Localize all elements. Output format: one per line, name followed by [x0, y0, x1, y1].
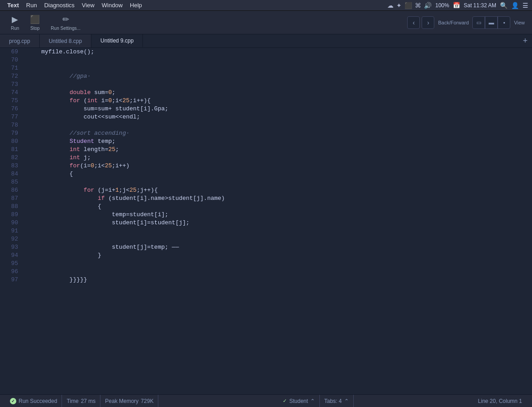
view-label: View	[512, 20, 527, 25]
line-number: 73	[0, 80, 24, 89]
view-single-button[interactable]: ▭	[472, 16, 485, 29]
wifi-icon: ⌘	[415, 2, 421, 9]
menu-help[interactable]: Help	[126, 0, 146, 10]
stop-icon: ⬛	[30, 14, 40, 24]
cloud-icon: ☁	[387, 2, 394, 9]
line-number: 79	[0, 129, 24, 137]
run-settings-button[interactable]: ✏ Run Settings...	[45, 13, 86, 33]
display-icon: ⬛	[404, 2, 412, 9]
line-number: 75	[0, 97, 24, 105]
settings-icon: ✏	[62, 14, 69, 24]
tabs-chevron[interactable]: ⌃	[344, 398, 349, 404]
code-line: cout<<sum<<endl;	[27, 113, 528, 121]
tab-untitled9[interactable]: Untitled 9.cpp	[91, 34, 143, 47]
tab-add-button[interactable]: +	[518, 34, 532, 47]
line-numbers: 6970717273747576777879808182838485868788…	[0, 48, 24, 394]
line-col-label: Line 20, Column 1	[478, 398, 522, 404]
system-icons: ☁ ✦ ⬛ ⌘ 🔊	[387, 2, 432, 9]
line-number: 92	[0, 235, 24, 243]
code-line: {	[27, 203, 528, 211]
profile-icon[interactable]: 👤	[511, 2, 519, 9]
line-number: 78	[0, 121, 24, 129]
menubar-right: ☁ ✦ ⬛ ⌘ 🔊 100% 📅 Sat 11:32 AM 🔍 👤 ☰	[387, 2, 528, 9]
code-line: int j;	[27, 154, 528, 162]
code-line: student[j]=temp; ——	[27, 243, 528, 251]
memory-value: 729K	[141, 398, 153, 404]
code-line: //sort accending·	[27, 129, 528, 137]
menu-view[interactable]: View	[78, 0, 98, 10]
code-line: Student temp;	[27, 137, 528, 146]
view-split-button[interactable]: ▬	[485, 16, 498, 29]
run-status-item: ✓ Run Succeeded	[5, 395, 62, 407]
toolbar-right-group: ‹ › Back/Forward ▭ ▬ ▪ View	[407, 16, 527, 29]
line-number: 69	[0, 48, 24, 56]
tabs-label: Tabs: 4	[324, 398, 342, 404]
code-line: double sum=0;	[27, 89, 528, 97]
line-number: 87	[0, 194, 24, 203]
line-number: 96	[0, 268, 24, 276]
code-line	[27, 178, 528, 186]
line-number: 80	[0, 137, 24, 146]
line-number: 83	[0, 162, 24, 170]
line-number: 95	[0, 260, 24, 268]
toolbar: ▶ Run ⬛ Stop ✏ Run Settings... ‹ › Back/…	[0, 11, 532, 34]
line-number: 86	[0, 186, 24, 194]
class-chevron[interactable]: ⌃	[310, 398, 315, 404]
search-icon[interactable]: 🔍	[500, 2, 508, 9]
memory-item: Peak Memory 729K	[100, 395, 158, 407]
back-forward-label: Back/Forward	[436, 20, 470, 25]
class-item: ✓ Student ⌃	[278, 395, 319, 407]
time-value: 27 ms	[81, 398, 96, 404]
line-col-item: Line 20, Column 1	[474, 395, 527, 407]
list-icon[interactable]: ☰	[522, 2, 528, 9]
line-number: 85	[0, 178, 24, 186]
code-line: int length=25;	[27, 146, 528, 154]
run-status-label: Run Succeeded	[19, 398, 57, 404]
menu-text[interactable]: Text	[4, 0, 23, 10]
code-line: myfile.close();	[27, 48, 528, 56]
line-number: 71	[0, 64, 24, 72]
code-line: temp=student[i];	[27, 211, 528, 219]
back-button[interactable]: ‹	[407, 16, 420, 29]
code-line: if (student[i].name>student[j].name)	[27, 194, 528, 203]
time-label: Time	[66, 398, 78, 404]
menu-diagnostics[interactable]: Diagnostics	[41, 0, 78, 10]
forward-button[interactable]: ›	[422, 16, 434, 29]
menu-run[interactable]: Run	[23, 0, 41, 10]
code-line: }}}}}	[27, 276, 528, 284]
code-line: //gpa·	[27, 72, 528, 80]
code-line	[27, 56, 528, 64]
code-line: for (int i=0;i<25;i++){	[27, 97, 528, 105]
class-icon: ✓	[283, 398, 287, 404]
view-group: ▭ ▬ ▪	[472, 16, 510, 29]
line-number: 84	[0, 170, 24, 178]
code-line	[27, 121, 528, 129]
run-label: Run	[11, 26, 19, 31]
code-line	[27, 80, 528, 89]
run-button[interactable]: ▶ Run	[5, 13, 24, 33]
code-line: }	[27, 251, 528, 260]
code-line	[27, 227, 528, 235]
statusbar: ✓ Run Succeeded Time 27 ms Peak Memory 7…	[0, 394, 532, 407]
volume-icon: 🔊	[424, 2, 432, 9]
code-line: sum=sum+ student[i].Gpa;	[27, 105, 528, 113]
code-line: student[i]=student[j];	[27, 219, 528, 227]
tab-prog-cpp[interactable]: prog.cpp	[0, 34, 40, 47]
code-line	[27, 235, 528, 243]
code-area[interactable]: myfile.close(); //gpa· double sum=0; for…	[24, 48, 532, 394]
line-number: 91	[0, 227, 24, 235]
time-item: Time 27 ms	[62, 395, 100, 407]
tab-untitled8[interactable]: Untitled 8.cpp	[40, 34, 91, 47]
line-number: 90	[0, 219, 24, 227]
bluetooth-icon: ✦	[396, 2, 402, 9]
menubar: Text Run Diagnostics View Window Help ☁ …	[0, 0, 532, 11]
memory-label: Peak Memory	[105, 398, 138, 404]
clock-icon: 📅	[453, 2, 460, 9]
stop-button[interactable]: ⬛ Stop	[24, 13, 45, 33]
menu-window[interactable]: Window	[98, 0, 126, 10]
line-number: 72	[0, 72, 24, 80]
line-number: 88	[0, 203, 24, 211]
line-number: 97	[0, 276, 24, 284]
code-line: for(i=0;i<25;i++)	[27, 162, 528, 170]
view-grid-button[interactable]: ▪	[498, 16, 510, 29]
